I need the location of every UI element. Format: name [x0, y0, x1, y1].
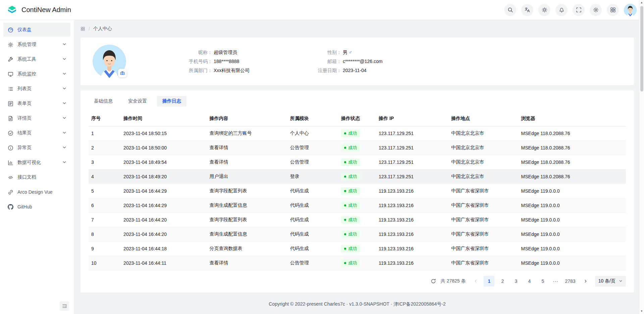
search-button[interactable]: [504, 4, 516, 16]
theme-button[interactable]: [538, 4, 550, 16]
cell-location: 中国北京北京市: [448, 140, 518, 155]
prev-page-button[interactable]: [470, 276, 481, 287]
breadcrumb: / 个人中心: [80, 20, 634, 38]
refresh-button[interactable]: [429, 276, 438, 286]
page-button-1[interactable]: 1: [484, 276, 494, 287]
table-row[interactable]: 5 2023-11-04 16:44:29 查询字段配置列表 代码生成 成功 1…: [89, 184, 626, 198]
column-header: 操作 IP: [376, 111, 448, 126]
sidebar-item-data-visualization[interactable]: 数据可视化: [3, 155, 70, 170]
cell-location: 中国北京北京市: [448, 169, 518, 184]
table-row[interactable]: 10 2023-11-04 16:44:11 查看详情 公告管理 成功 119.…: [89, 256, 626, 270]
sidebar-item-result-page[interactable]: 结果页: [3, 126, 70, 140]
page-scrollbar[interactable]: ▲ ▼: [639, 0, 644, 314]
detail-card: 基础信息 安全设置 操作日志 序号 操作时间 操作内容 所属模块 操作状态 操作…: [80, 90, 634, 293]
sidebar-item-label: GitHub: [17, 204, 32, 209]
pagination-ellipsis[interactable]: ···: [551, 278, 560, 284]
cell-browser: MSEdge 118.0.2088.76: [519, 126, 626, 140]
next-page-button[interactable]: [580, 276, 591, 287]
sidebar-item-exception-page[interactable]: 异常页: [3, 141, 70, 155]
sidebar-item-api-docs[interactable]: 接口文档: [3, 170, 70, 184]
sidebar-item-label: 系统管理: [17, 42, 36, 48]
page-button-5[interactable]: 5: [537, 276, 548, 287]
sidebar-item-arco-design-vue[interactable]: Arco Design Vue: [3, 185, 70, 199]
cell-status: 成功: [338, 184, 376, 198]
tab-operation-log[interactable]: 操作日志: [157, 96, 186, 107]
sidebar-item-label: Arco Design Vue: [17, 189, 53, 195]
nickname-label: 昵称：: [181, 49, 212, 56]
table-row[interactable]: 9 2023-11-04 16:44:18 分页查询数据表 代码生成 成功 11…: [89, 241, 626, 256]
sidebar-item-system-tools[interactable]: 系统工具: [3, 52, 70, 66]
cell-status: 成功: [338, 212, 376, 227]
table-row[interactable]: 4 2023-11-04 18:49:20 用户退出 登录 成功 123.117…: [89, 169, 626, 184]
sidebar-item-form-page[interactable]: 表单页: [3, 97, 70, 111]
tab-basic-info[interactable]: 基础信息: [89, 96, 118, 107]
page-button-2[interactable]: 2: [497, 276, 508, 287]
status-text: 成功: [348, 246, 357, 252]
page-size-select[interactable]: 10 条/页: [595, 276, 626, 287]
scroll-up-arrow[interactable]: ▲: [639, 0, 644, 5]
cell-no: 6: [89, 198, 121, 212]
status-dot-icon: [344, 190, 346, 192]
translate-icon: [525, 7, 530, 13]
table-row[interactable]: 6 2023-11-04 16:44:29 查询生成配置信息 代码生成 成功 1…: [89, 198, 626, 212]
link-icon: [7, 189, 13, 195]
chevron-down-icon: [62, 71, 66, 77]
layout-button[interactable]: [607, 4, 619, 16]
status-badge: 成功: [341, 159, 360, 166]
scrollbar-thumb[interactable]: [640, 6, 643, 91]
register-date-value: 2023-11-04: [343, 67, 367, 74]
column-header: 操作内容: [207, 111, 287, 126]
sidebar-item-dashboard[interactable]: 仪表盘: [3, 23, 70, 37]
status-text: 成功: [348, 260, 357, 266]
status-badge: 成功: [341, 216, 360, 224]
sidebar-item-list-page[interactable]: 列表页: [3, 82, 70, 96]
table-row[interactable]: 7 2023-11-04 16:44:20 查询字段配置列表 代码生成 成功 1…: [89, 212, 626, 227]
cell-module: 公告管理: [287, 256, 338, 270]
cell-content: 查询字段配置列表: [207, 184, 287, 198]
table-row[interactable]: 2 2023-11-04 18:50:00 查看详情 公告管理 成功 123.1…: [89, 140, 626, 155]
header-actions: [504, 4, 637, 16]
notifications-button[interactable]: [555, 4, 568, 16]
cell-content: 查询生成配置信息: [207, 227, 287, 241]
breadcrumb-separator: /: [89, 26, 90, 32]
breadcrumb-home[interactable]: [80, 26, 85, 31]
cell-time: 2023-11-04 18:49:20: [121, 169, 207, 184]
page-button-last[interactable]: 2783: [563, 276, 577, 287]
sidebar-item-system-monitor[interactable]: 系统监控: [3, 67, 70, 81]
sidebar-item-detail-page[interactable]: 详情页: [3, 111, 70, 125]
email-value: c********@126.com: [343, 58, 383, 65]
cell-no: 9: [89, 241, 121, 256]
sidebar-item-label: 接口文档: [17, 174, 36, 180]
sidebar-item-system-management[interactable]: 系统管理: [3, 38, 70, 52]
user-avatar[interactable]: [624, 4, 637, 16]
github-icon: [7, 204, 13, 210]
settings-button[interactable]: [590, 4, 602, 16]
cell-module: 公告管理: [287, 140, 338, 155]
cell-status: 成功: [338, 140, 376, 155]
profile-avatar[interactable]: [93, 45, 126, 78]
cell-module: 个人中心: [287, 126, 338, 140]
status-badge: 成功: [341, 259, 360, 267]
sidebar-item-github[interactable]: GitHub: [3, 200, 70, 214]
language-button[interactable]: [521, 4, 533, 16]
page-button-4[interactable]: 4: [524, 276, 535, 287]
change-avatar-button[interactable]: [118, 69, 127, 77]
cell-browser: MSEdge 119.0.0.0: [519, 184, 626, 198]
fullscreen-button[interactable]: [573, 4, 585, 16]
cell-browser: MSEdge 119.0.0.0: [519, 198, 626, 212]
status-badge: 成功: [341, 202, 360, 209]
page-button-3[interactable]: 3: [511, 276, 521, 287]
cell-status: 成功: [338, 155, 376, 169]
gender-label: 性别：: [311, 49, 341, 56]
column-header: 操作地点: [448, 111, 518, 126]
table-row[interactable]: 1 2023-11-04 18:50:15 查询绑定的三方账号 个人中心 成功 …: [89, 126, 626, 140]
app-logo[interactable]: ContiNew Admin: [7, 5, 71, 15]
wrench-icon: [7, 56, 13, 62]
collapse-sidebar-button[interactable]: [60, 301, 69, 311]
cell-location: 中国广东省深圳市: [448, 212, 518, 227]
scroll-down-arrow[interactable]: ▼: [639, 309, 644, 314]
status-text: 成功: [348, 145, 357, 151]
table-row[interactable]: 3 2023-11-04 18:49:54 查看详情 公告管理 成功 123.1…: [89, 155, 626, 169]
tab-security-settings[interactable]: 安全设置: [123, 96, 152, 107]
table-row[interactable]: 8 2023-11-04 16:44:20 查询生成配置信息 代码生成 成功 1…: [89, 227, 626, 241]
